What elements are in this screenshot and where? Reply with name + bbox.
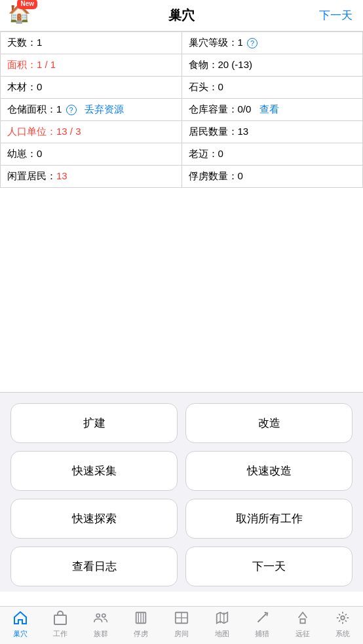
quick-explore-button[interactable]: 快速探索 [10, 499, 178, 539]
days-value: 1 [37, 37, 42, 48]
renovate-button[interactable]: 改造 [185, 403, 353, 443]
tab-nest-label: 巢穴 [13, 629, 28, 639]
storage-value: 1 [56, 103, 62, 115]
svg-line-13 [258, 620, 261, 622]
tab-room-label: 房间 [174, 629, 189, 639]
tab-map-label: 地图 [215, 629, 229, 639]
stats-table: 天数：1 巢穴等级：1 ? 面积：1 / 1 食物：20 (-13) [0, 31, 363, 188]
prisoner-label: 俘虏数量： [189, 170, 238, 181]
resident-count-cell: 居民数量：13 [182, 121, 363, 143]
table-row: 幼崽：0 老迈：0 [1, 143, 363, 166]
area-value: 1 / 1 [37, 59, 56, 70]
nest-level-value: 1 [238, 37, 243, 48]
nest-level-cell: 巢穴等级：1 ? [182, 32, 363, 54]
new-badge: New [17, 0, 37, 9]
storage-cell: 仓储面积：1 ? 丢弃资源 [1, 99, 182, 121]
infant-cell: 幼崽：0 [1, 143, 182, 166]
nest-level-label: 巢穴等级： [189, 37, 238, 48]
svg-rect-0 [54, 615, 66, 624]
tab-work[interactable]: 工作 [43, 611, 78, 639]
stats-table-container: 天数：1 巢穴等级：1 ? 面积：1 / 1 食物：20 (-13) [0, 31, 363, 188]
wood-value: 0 [37, 81, 42, 92]
elder-label: 老迈： [189, 148, 218, 159]
days-cell: 天数：1 [1, 32, 182, 54]
tab-system[interactable]: 系统 [325, 611, 360, 639]
nest-tab-icon [12, 611, 28, 628]
work-tab-icon [52, 611, 68, 628]
nest-level-help-icon[interactable]: ? [247, 38, 258, 48]
header-next-day-button[interactable]: 下一天 [319, 8, 353, 23]
population-value: 13 / 3 [56, 126, 81, 137]
elder-value: 0 [218, 148, 223, 159]
resident-count-label: 居民数量： [189, 126, 238, 137]
view-warehouse-link[interactable]: 查看 [259, 103, 279, 115]
svg-point-2 [102, 614, 105, 617]
warehouse-cell: 仓库容量：0/0 查看 [182, 99, 363, 121]
tab-hunt-label: 捕猎 [255, 629, 269, 639]
svg-rect-15 [300, 619, 305, 623]
resident-count-value: 13 [238, 126, 249, 137]
tribe-tab-icon [93, 611, 109, 628]
warehouse-value: 0/0 [238, 103, 252, 115]
tab-expedition-label: 远征 [296, 629, 310, 639]
table-row: 闲置居民：13 俘虏数量：0 [1, 166, 363, 188]
page-title: 巢穴 [168, 7, 195, 24]
tab-expedition[interactable]: 远征 [285, 611, 320, 639]
cancel-all-button[interactable]: 取消所有工作 [185, 499, 353, 539]
tab-work-label: 工作 [53, 629, 67, 639]
header: 🏠 New 巢穴 下一天 [0, 0, 363, 31]
tab-room[interactable]: 房间 [164, 611, 199, 639]
action-section: 扩建 改造 快速采集 快速改造 快速探索 取消所有工作 查看日志 下一天 [0, 392, 363, 592]
table-row: 人口单位：13 / 3 居民数量：13 [1, 121, 363, 143]
tab-prisoner[interactable]: 俘虏 [123, 611, 159, 639]
expedition-tab-icon [295, 611, 311, 628]
svg-point-16 [341, 616, 345, 620]
food-value: 20 (-13) [218, 59, 253, 70]
food-label: 食物： [189, 59, 218, 70]
area-label: 面积： [7, 59, 37, 70]
stone-label: 石头： [189, 81, 218, 92]
storage-help-icon[interactable]: ? [66, 105, 77, 115]
table-row: 天数：1 巢穴等级：1 ? [1, 32, 363, 54]
hunt-tab-icon [254, 611, 270, 628]
population-label: 人口单位： [7, 126, 56, 137]
quick-renovate-button[interactable]: 快速改造 [185, 451, 353, 491]
tab-system-label: 系统 [335, 629, 350, 639]
wood-cell: 木材：0 [1, 77, 182, 99]
area-cell: 面积：1 / 1 [1, 54, 182, 77]
stone-cell: 石头：0 [182, 77, 363, 99]
table-row: 仓储面积：1 ? 丢弃资源 仓库容量：0/0 查看 [1, 99, 363, 121]
idle-cell: 闲置居民：13 [1, 166, 182, 188]
tab-hunt[interactable]: 捕猎 [244, 611, 280, 639]
food-cell: 食物：20 (-13) [182, 54, 363, 77]
idle-label: 闲置居民： [7, 170, 56, 181]
room-tab-icon [174, 611, 189, 628]
table-row: 面积：1 / 1 食物：20 (-13) [1, 54, 363, 77]
population-cell: 人口单位：13 / 3 [1, 121, 182, 143]
days-label: 天数： [7, 37, 37, 48]
map-tab-icon [214, 611, 230, 628]
new-badge-area[interactable]: 🏠 New [8, 3, 31, 24]
tab-prisoner-label: 俘虏 [134, 629, 148, 639]
tab-map[interactable]: 地图 [204, 611, 240, 639]
idle-value: 13 [56, 170, 67, 181]
warehouse-label: 仓库容量： [189, 103, 238, 115]
stone-value: 0 [218, 81, 223, 92]
prisoner-cell: 俘虏数量：0 [182, 166, 363, 188]
quick-gather-button[interactable]: 快速采集 [10, 451, 178, 491]
prisoner-value: 0 [238, 170, 243, 181]
prisoner-tab-icon [133, 611, 149, 628]
expand-button[interactable]: 扩建 [10, 403, 178, 443]
elder-cell: 老迈：0 [182, 143, 363, 166]
tab-nest[interactable]: 巢穴 [3, 611, 38, 639]
svg-line-14 [262, 614, 266, 618]
tab-tribe-label: 族群 [94, 629, 108, 639]
view-log-button[interactable]: 查看日志 [10, 546, 178, 586]
infant-label: 幼崽： [7, 148, 37, 159]
next-day-button[interactable]: 下一天 [185, 546, 353, 586]
abandon-resources-link[interactable]: 丢弃资源 [85, 103, 124, 115]
tab-tribe[interactable]: 族群 [83, 611, 119, 639]
table-row: 木材：0 石头：0 [1, 77, 363, 99]
storage-label: 仓储面积： [7, 103, 56, 115]
action-grid: 扩建 改造 快速采集 快速改造 快速探索 取消所有工作 查看日志 下一天 [10, 403, 353, 586]
